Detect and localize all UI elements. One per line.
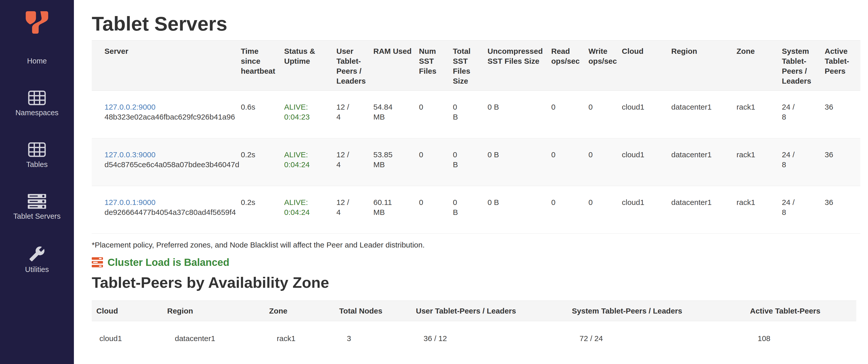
col-system-peers: System Tablet-Peers / Leaders bbox=[572, 301, 750, 321]
cell-num-sst: 0 bbox=[419, 139, 453, 186]
col-total-sst: Total SST Files Size bbox=[453, 40, 488, 91]
cell-total-sst: 0 B bbox=[453, 139, 488, 186]
col-active-peers: Active Tablet-Peers bbox=[750, 301, 856, 321]
cell-total-sst: 0 B bbox=[453, 91, 488, 139]
cell-user-peers: 12 / 4 bbox=[336, 139, 373, 186]
server-stack-icon bbox=[92, 257, 103, 267]
cell-zone: rack1 bbox=[737, 139, 782, 186]
yugabyte-logo-icon[interactable] bbox=[25, 11, 49, 35]
cell-read-ops: 0 bbox=[551, 91, 588, 139]
cell-zone: rack1 bbox=[269, 321, 339, 359]
servers-table-header-row: Server Time since heartbeat Status & Upt… bbox=[92, 40, 860, 91]
sidebar-nav: Home Namespaces bbox=[0, 56, 74, 299]
server-link[interactable]: 127.0.0.2:9000 bbox=[104, 102, 235, 112]
server-link[interactable]: 127.0.0.3:9000 bbox=[104, 150, 235, 159]
cell-read-ops: 0 bbox=[551, 186, 588, 234]
sidebar-item-label: Tablet Servers bbox=[13, 211, 60, 221]
cluster-load-status-text: Cluster Load is Balanced bbox=[107, 256, 229, 268]
cell-uncompressed-sst: 0 B bbox=[488, 91, 551, 139]
server-uuid: 48b323e02aca46fbac629fc926b41a96 bbox=[104, 112, 235, 122]
cell-heartbeat: 0.6s bbox=[241, 91, 284, 139]
col-num-sst: Num SST Files bbox=[419, 40, 453, 91]
cell-user-peers: 12 / 4 bbox=[336, 186, 373, 234]
col-region: Region bbox=[167, 301, 269, 321]
page-title: Tablet Servers bbox=[92, 13, 862, 35]
cell-status: ALIVE: 0:04:23 bbox=[284, 91, 336, 139]
sidebar-item-home[interactable]: Home bbox=[27, 56, 46, 66]
col-total-nodes: Total Nodes bbox=[339, 301, 416, 321]
col-region: Region bbox=[671, 40, 737, 91]
tablet-servers-table: Server Time since heartbeat Status & Upt… bbox=[92, 40, 860, 234]
col-write-ops: Write ops/sec bbox=[588, 40, 622, 91]
cell-region: datacenter1 bbox=[671, 186, 737, 234]
cell-system-peers: 24 / 8 bbox=[782, 91, 825, 139]
col-system-peers: System Tablet-Peers / Leaders bbox=[782, 40, 825, 91]
sidebar-item-namespaces[interactable]: Namespaces bbox=[15, 90, 58, 118]
cell-region: datacenter1 bbox=[671, 91, 737, 139]
placement-footnote: *Placement policy, Preferred zones, and … bbox=[92, 240, 862, 250]
cell-server: 127.0.0.1:9000 de926664477b4054a37c80ad4… bbox=[92, 186, 241, 234]
col-ram: RAM Used bbox=[373, 40, 419, 91]
cluster-load-status: Cluster Load is Balanced bbox=[92, 256, 862, 268]
col-server: Server bbox=[92, 40, 241, 91]
main-content: Tablet Servers Server Time since heartbe… bbox=[74, 13, 868, 359]
section-title-tablet-peers-by-az: Tablet-Peers by Availability Zone bbox=[92, 274, 862, 291]
table-row: cloud1 datacenter1 rack1 3 36 / 12 72 / … bbox=[92, 321, 856, 359]
cell-active-peers: 36 bbox=[825, 91, 860, 139]
server-stack-icon bbox=[28, 194, 46, 209]
cell-cloud: cloud1 bbox=[622, 186, 671, 234]
sidebar-item-label: Tables bbox=[26, 159, 48, 170]
cell-user-peers: 36 / 12 bbox=[416, 321, 572, 359]
cell-active-peers: 36 bbox=[825, 139, 860, 186]
col-cloud: Cloud bbox=[92, 301, 167, 321]
sidebar-item-tablet-servers[interactable]: Tablet Servers bbox=[13, 194, 60, 221]
sidebar-item-label: Namespaces bbox=[15, 108, 58, 118]
cell-region: datacenter1 bbox=[671, 139, 737, 186]
cell-system-peers: 24 / 8 bbox=[782, 186, 825, 234]
sidebar-item-label: Home bbox=[27, 56, 46, 66]
server-uuid: d54c8765ce6c4a058a07bdee3b46047d bbox=[104, 159, 235, 170]
server-link[interactable]: 127.0.0.1:9000 bbox=[104, 197, 235, 207]
sidebar-item-utilities[interactable]: Utilities bbox=[25, 246, 49, 275]
col-cloud: Cloud bbox=[622, 40, 671, 91]
table-grid-icon bbox=[28, 90, 46, 105]
cell-cloud: cloud1 bbox=[622, 91, 671, 139]
cell-system-peers: 72 / 24 bbox=[572, 321, 750, 359]
cell-write-ops: 0 bbox=[588, 186, 622, 234]
col-status: Status & Uptime bbox=[284, 40, 336, 91]
cell-heartbeat: 0.2s bbox=[241, 139, 284, 186]
cell-region: datacenter1 bbox=[167, 321, 269, 359]
table-row: 127.0.0.2:9000 48b323e02aca46fbac629fc92… bbox=[92, 91, 860, 139]
sidebar: Home Namespaces bbox=[0, 0, 74, 364]
col-zone: Zone bbox=[737, 40, 782, 91]
col-active-peers: Active Tablet-Peers bbox=[825, 40, 860, 91]
cell-cloud: cloud1 bbox=[92, 321, 167, 359]
cell-server: 127.0.0.2:9000 48b323e02aca46fbac629fc92… bbox=[92, 91, 241, 139]
cell-server: 127.0.0.3:9000 d54c8765ce6c4a058a07bdee3… bbox=[92, 139, 241, 186]
table-row: 127.0.0.1:9000 de926664477b4054a37c80ad4… bbox=[92, 186, 860, 234]
cell-zone: rack1 bbox=[737, 186, 782, 234]
status-badge: ALIVE: 0:04:24 bbox=[284, 150, 310, 169]
col-uncompressed-sst: Uncompressed SST Files Size bbox=[488, 40, 551, 91]
table-grid-icon bbox=[28, 142, 46, 157]
cell-user-peers: 12 / 4 bbox=[336, 91, 373, 139]
cell-num-sst: 0 bbox=[419, 186, 453, 234]
cell-status: ALIVE: 0:04:24 bbox=[284, 139, 336, 186]
status-badge: ALIVE: 0:04:24 bbox=[284, 198, 310, 216]
col-user-peers: User Tablet-Peers / Leaders bbox=[416, 301, 572, 321]
sidebar-item-tables[interactable]: Tables bbox=[26, 142, 48, 170]
cell-ram: 60.11 MB bbox=[373, 186, 419, 234]
cell-read-ops: 0 bbox=[551, 139, 588, 186]
cell-active-peers: 108 bbox=[750, 321, 856, 359]
cell-system-peers: 24 / 8 bbox=[782, 139, 825, 186]
col-zone: Zone bbox=[269, 301, 339, 321]
cell-ram: 54.84 MB bbox=[373, 91, 419, 139]
cell-write-ops: 0 bbox=[588, 139, 622, 186]
cell-write-ops: 0 bbox=[588, 91, 622, 139]
table-row: 127.0.0.3:9000 d54c8765ce6c4a058a07bdee3… bbox=[92, 139, 860, 186]
cell-status: ALIVE: 0:04:24 bbox=[284, 186, 336, 234]
cell-total-sst: 0 B bbox=[453, 186, 488, 234]
cell-num-sst: 0 bbox=[419, 91, 453, 139]
col-heartbeat: Time since heartbeat bbox=[241, 40, 284, 91]
wrench-icon bbox=[29, 246, 45, 262]
